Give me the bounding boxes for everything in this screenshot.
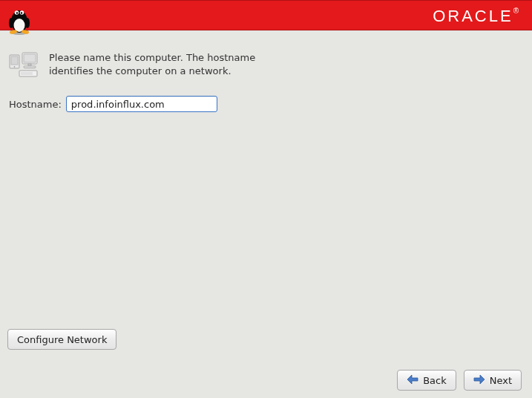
svg-point-13 <box>14 66 16 68</box>
svg-point-2 <box>14 19 25 32</box>
svg-point-9 <box>9 18 13 28</box>
next-label: Next <box>490 375 512 386</box>
svg-rect-19 <box>21 72 33 75</box>
intro-text: Please name this computer. The hostname … <box>49 51 257 77</box>
svg-rect-15 <box>24 54 36 62</box>
svg-point-5 <box>16 12 18 13</box>
hostname-input[interactable] <box>66 96 217 112</box>
tux-mascot-icon <box>6 4 33 36</box>
header-bar: ORACLE® <box>0 0 532 30</box>
svg-point-10 <box>25 18 30 28</box>
back-button[interactable]: Back <box>397 370 456 391</box>
svg-rect-12 <box>11 56 18 65</box>
footer-nav: Back Next <box>0 362 532 398</box>
svg-point-6 <box>21 12 22 13</box>
configure-network-button[interactable]: Configure Network <box>7 329 116 350</box>
next-button[interactable]: Next <box>464 370 522 391</box>
arrow-right-icon <box>473 374 485 387</box>
arrow-left-icon <box>407 374 418 387</box>
computer-network-icon <box>9 51 39 78</box>
configure-network-label: Configure Network <box>17 334 107 345</box>
back-label: Back <box>423 375 447 386</box>
oracle-logo: ORACLE® <box>433 7 519 26</box>
content-pane: Please name this computer. The hostname … <box>0 30 532 357</box>
hostname-label: Hostname: <box>9 99 62 110</box>
svg-rect-17 <box>24 66 36 68</box>
